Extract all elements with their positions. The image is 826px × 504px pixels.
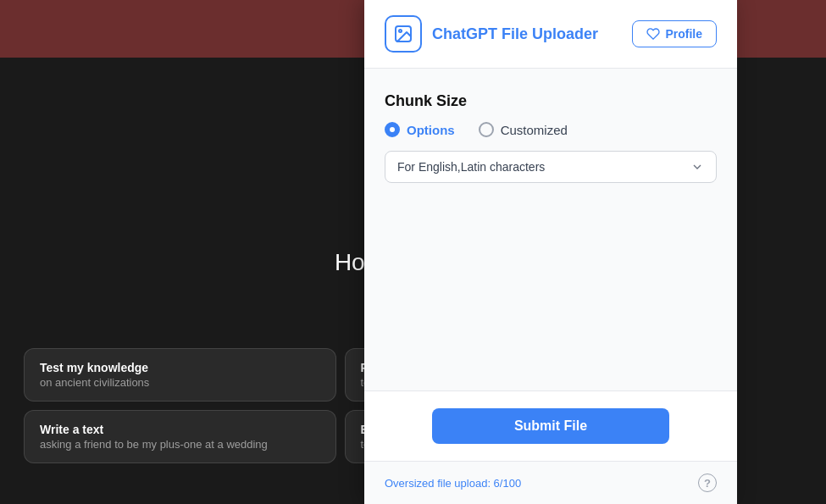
svg-point-1: [399, 30, 402, 32]
dropdown-value: For English,Latin characters: [397, 160, 545, 174]
modal-header-left: ChatGPT File Uploader: [385, 15, 598, 53]
radio-options[interactable]: Options: [385, 122, 455, 137]
modal-footer: Oversized file upload: 6/100 ?: [364, 461, 737, 504]
radio-options-label: Options: [407, 123, 455, 137]
submit-file-button[interactable]: Submit File: [432, 408, 669, 444]
section-title: Chunk Size: [385, 92, 717, 110]
modal-header: ChatGPT File Uploader Profile: [364, 0, 737, 69]
profile-button[interactable]: Profile: [632, 20, 717, 47]
radio-customized-circle: [479, 122, 494, 137]
modal-overlay: ChatGPT File Uploader Profile Chunk Size…: [0, 0, 826, 504]
radio-customized-label: Customized: [501, 123, 568, 137]
radio-options-circle: [385, 122, 400, 137]
submit-area: Submit File: [364, 390, 737, 461]
profile-icon: [646, 27, 660, 41]
modal-panel: ChatGPT File Uploader Profile Chunk Size…: [364, 0, 737, 504]
radio-customized[interactable]: Customized: [479, 122, 568, 137]
help-icon[interactable]: ?: [698, 474, 717, 492]
oversized-upload-text: Oversized file upload: 6/100: [385, 477, 521, 490]
radio-group: Options Customized: [385, 122, 717, 137]
modal-body: Chunk Size Options Customized For Englis…: [364, 69, 737, 390]
chunk-size-section: Chunk Size Options Customized For Englis…: [385, 92, 717, 183]
modal-title: ChatGPT File Uploader: [432, 25, 598, 43]
file-uploader-icon: [385, 15, 422, 53]
chunk-size-dropdown[interactable]: For English,Latin characters: [385, 151, 717, 183]
chevron-down-icon: [690, 160, 704, 174]
profile-button-label: Profile: [665, 27, 702, 41]
